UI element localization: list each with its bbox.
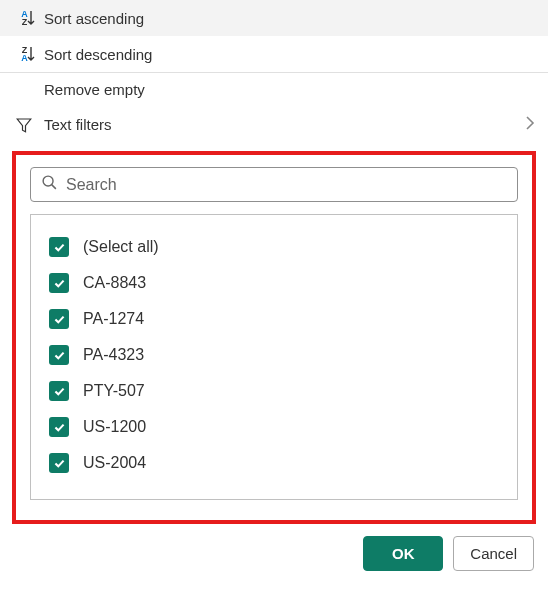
remove-empty-label: Remove empty <box>44 81 536 98</box>
value-label: (Select all) <box>83 238 159 256</box>
filter-icon <box>12 115 36 135</box>
dialog-footer: OK Cancel <box>0 524 548 585</box>
sort-desc-icon: ZA <box>12 44 36 64</box>
chevron-right-icon <box>524 114 536 135</box>
checkbox[interactable] <box>49 309 69 329</box>
checkbox[interactable] <box>49 453 69 473</box>
sort-asc-icon: AZ <box>12 8 36 28</box>
value-label: US-1200 <box>83 418 146 436</box>
ok-button[interactable]: OK <box>363 536 443 571</box>
checkbox[interactable] <box>49 417 69 437</box>
value-label: US-2004 <box>83 454 146 472</box>
value-label: CA-8843 <box>83 274 146 292</box>
checkbox[interactable] <box>49 345 69 365</box>
checkbox[interactable] <box>49 381 69 401</box>
sort-asc-label: Sort ascending <box>44 10 536 27</box>
filter-values-panel: (Select all)CA-8843PA-1274PA-4323PTY-507… <box>12 151 536 524</box>
search-icon <box>41 174 58 195</box>
value-row[interactable]: PA-4323 <box>49 337 499 373</box>
checkbox[interactable] <box>49 237 69 257</box>
text-filters[interactable]: Text filters <box>0 106 548 143</box>
search-input[interactable] <box>66 176 507 194</box>
search-field-wrapper[interactable] <box>30 167 518 202</box>
value-row[interactable]: CA-8843 <box>49 265 499 301</box>
svg-point-0 <box>43 176 53 186</box>
values-list: (Select all)CA-8843PA-1274PA-4323PTY-507… <box>30 214 518 500</box>
remove-empty[interactable]: Remove empty <box>0 73 548 106</box>
value-label: PTY-507 <box>83 382 145 400</box>
value-row[interactable]: US-1200 <box>49 409 499 445</box>
value-label: PA-1274 <box>83 310 144 328</box>
cancel-button[interactable]: Cancel <box>453 536 534 571</box>
sort-descending[interactable]: ZA Sort descending <box>0 36 548 72</box>
value-label: PA-4323 <box>83 346 144 364</box>
value-row[interactable]: (Select all) <box>49 229 499 265</box>
sort-desc-label: Sort descending <box>44 46 536 63</box>
value-row[interactable]: PA-1274 <box>49 301 499 337</box>
sort-ascending[interactable]: AZ Sort ascending <box>0 0 548 36</box>
value-row[interactable]: US-2004 <box>49 445 499 481</box>
checkbox[interactable] <box>49 273 69 293</box>
value-row[interactable]: PTY-507 <box>49 373 499 409</box>
text-filters-label: Text filters <box>44 116 524 133</box>
